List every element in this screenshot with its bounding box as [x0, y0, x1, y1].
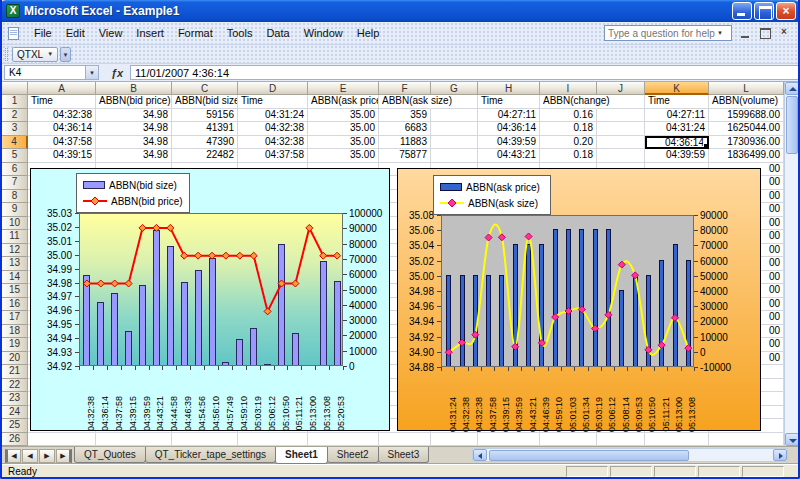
cell-I5[interactable]: 0.18: [540, 149, 597, 163]
menu-item-data[interactable]: Data: [259, 24, 296, 42]
cell-C4[interactable]: 47390: [172, 136, 238, 150]
column-header-d[interactable]: D: [238, 82, 308, 95]
row-header-2[interactable]: 2: [2, 109, 28, 123]
scroll-up-button[interactable]: [785, 82, 798, 95]
cell-L5[interactable]: 1836499.00: [709, 149, 784, 163]
cell-A5[interactable]: 04:39:15: [28, 149, 96, 163]
cell-G2[interactable]: [431, 109, 478, 123]
cell-F3[interactable]: 6683: [379, 122, 431, 136]
cell-B5[interactable]: 34.98: [96, 149, 172, 163]
cell-B2[interactable]: 34.98: [96, 109, 172, 123]
cell-D4[interactable]: 04:32:38: [238, 136, 308, 150]
vertical-scroll-thumb[interactable]: [786, 96, 798, 154]
toolbar-options-button[interactable]: ▼: [60, 47, 71, 62]
column-header-j[interactable]: J: [597, 82, 645, 95]
cell-G3[interactable]: [431, 122, 478, 136]
cell-C1[interactable]: ABBN(bid size): [172, 95, 238, 109]
cell-F2[interactable]: 359: [379, 109, 431, 123]
cell-L2[interactable]: 1599688.00: [709, 109, 784, 123]
row-header-6[interactable]: 6: [2, 163, 28, 177]
cell-E5[interactable]: 35.00: [308, 149, 379, 163]
cell-A2[interactable]: 04:32:38: [28, 109, 96, 123]
row-header-11[interactable]: 11: [2, 230, 28, 244]
menu-item-file[interactable]: File: [27, 24, 59, 42]
scroll-right-button[interactable]: [773, 449, 787, 461]
row-header-13[interactable]: 13: [2, 257, 28, 271]
cell-B3[interactable]: 34.98: [96, 122, 172, 136]
menu-item-insert[interactable]: Insert: [129, 24, 171, 42]
column-header-f[interactable]: F: [379, 82, 431, 95]
cell-E2[interactable]: 35.00: [308, 109, 379, 123]
scroll-left-button[interactable]: [473, 449, 487, 461]
chart-legend[interactable]: ABBN(ask price)ABBN(ask size): [433, 175, 551, 215]
row-header-18[interactable]: 18: [2, 325, 28, 339]
cell-A4[interactable]: 04:37:58: [28, 136, 96, 150]
minimize-button[interactable]: [732, 2, 752, 20]
row-header-16[interactable]: 16: [2, 298, 28, 312]
cell-J3[interactable]: [597, 122, 645, 136]
cell-C2[interactable]: 59156: [172, 109, 238, 123]
scroll-down-button[interactable]: [785, 433, 798, 446]
cell-J5[interactable]: [597, 149, 645, 163]
menu-item-view[interactable]: View: [92, 24, 130, 42]
maximize-button[interactable]: [754, 2, 774, 20]
row-header-5[interactable]: 5: [2, 149, 28, 163]
menu-item-help[interactable]: Help: [350, 24, 387, 42]
cell-H3[interactable]: 04:36:14: [478, 122, 540, 136]
workbook-restore-button[interactable]: [757, 26, 773, 40]
row-header-8[interactable]: 8: [2, 190, 28, 204]
menu-item-edit[interactable]: Edit: [59, 24, 92, 42]
cell-F4[interactable]: 11883: [379, 136, 431, 150]
row-header-21[interactable]: 21: [2, 365, 28, 379]
cell-H5[interactable]: 04:43:21: [478, 149, 540, 163]
cell-F1[interactable]: ABBN(ask size): [379, 95, 431, 109]
cell-K4[interactable]: 04:36:14: [645, 136, 709, 150]
sheet-tab-qt_ticker_tape_settings[interactable]: QT_Ticker_tape_settings: [145, 447, 276, 463]
cell-H4[interactable]: 04:39:59: [478, 136, 540, 150]
vertical-scrollbar[interactable]: [784, 82, 798, 446]
help-search-input[interactable]: [605, 28, 717, 39]
cell-F26[interactable]: [379, 433, 431, 447]
row-header-26[interactable]: 26: [2, 433, 28, 447]
cell-B1[interactable]: ABBN(bid price): [96, 95, 172, 109]
row-header-3[interactable]: 3: [2, 122, 28, 136]
cell-I4[interactable]: 0.20: [540, 136, 597, 150]
row-header-9[interactable]: 9: [2, 203, 28, 217]
workbook-close-button[interactable]: ×: [776, 26, 792, 40]
cell-A1[interactable]: Time: [28, 95, 96, 109]
cell-E1[interactable]: ABBN(ask price): [308, 95, 379, 109]
cell-K5[interactable]: 04:39:59: [645, 149, 709, 163]
sheet-tab-sheet3[interactable]: Sheet3: [378, 447, 430, 463]
insert-function-icon[interactable]: ƒx: [107, 67, 127, 79]
row-header-23[interactable]: 23: [2, 392, 28, 406]
cell-L1[interactable]: ABBN(volume): [709, 95, 784, 109]
row-header-4[interactable]: 4: [2, 136, 28, 150]
help-dropdown-icon[interactable]: ▼: [717, 30, 725, 36]
cell-C5[interactable]: 22482: [172, 149, 238, 163]
row-header-12[interactable]: 12: [2, 244, 28, 258]
qtxl-menu-button[interactable]: QTXL ▼: [12, 47, 58, 62]
row-header-17[interactable]: 17: [2, 311, 28, 325]
workbook-minimize-button[interactable]: [738, 26, 754, 40]
tab-last-button[interactable]: ▶: [56, 449, 72, 463]
horizontal-scrollbar[interactable]: [472, 448, 788, 462]
column-header-l[interactable]: L: [709, 82, 784, 95]
column-header-g[interactable]: G: [431, 82, 478, 95]
menu-item-tools[interactable]: Tools: [220, 24, 260, 42]
name-box[interactable]: K4: [4, 65, 86, 80]
cell-H1[interactable]: Time: [478, 95, 540, 109]
cell-K3[interactable]: 04:31:24: [645, 122, 709, 136]
column-header-a[interactable]: A: [28, 82, 96, 95]
column-header-b[interactable]: B: [96, 82, 172, 95]
cell-I2[interactable]: 0.16: [540, 109, 597, 123]
cell-D1[interactable]: Time: [238, 95, 308, 109]
bid-chart[interactable]: 35.0335.0235.0135.0034.9934.9834.9734.96…: [30, 168, 390, 431]
cell-I3[interactable]: 0.18: [540, 122, 597, 136]
menu-item-window[interactable]: Window: [297, 24, 350, 42]
row-header-20[interactable]: 20: [2, 352, 28, 366]
chart-legend[interactable]: ABBN(bid size)ABBN(bid price): [76, 173, 190, 213]
cell-F5[interactable]: 75877: [379, 149, 431, 163]
cell-C3[interactable]: 41391: [172, 122, 238, 136]
tab-next-button[interactable]: ▶: [39, 449, 55, 463]
tab-first-button[interactable]: ◀: [5, 449, 21, 463]
